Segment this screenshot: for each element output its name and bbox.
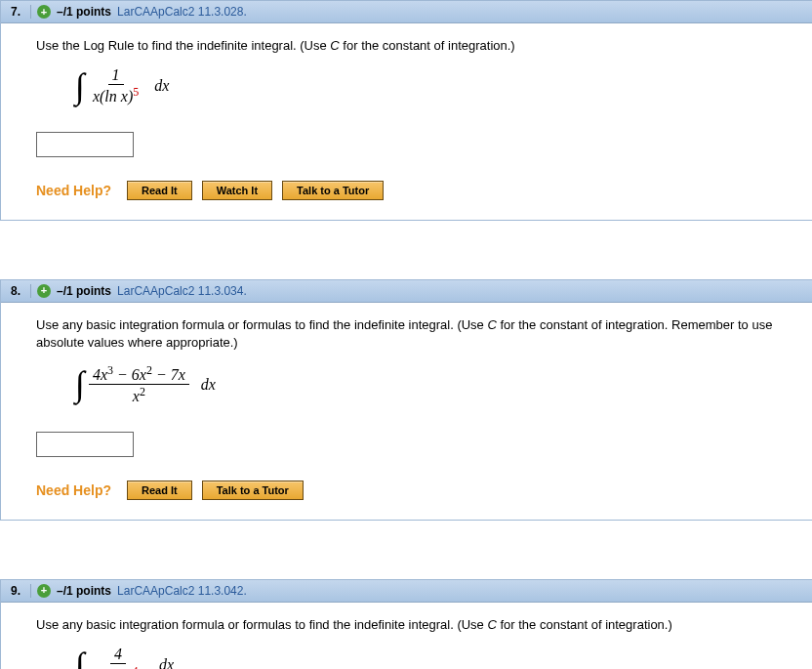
help-row: Need Help? Read It Watch It Talk to a Tu… [36, 181, 795, 200]
question-header: 7. + –/1 points LarCAApCalc2 11.3.028. [1, 1, 812, 23]
help-row: Need Help? Read It Talk to a Tutor [36, 481, 795, 500]
talk-tutor-button[interactable]: Talk to a Tutor [202, 481, 304, 500]
watch-it-button[interactable]: Watch It [202, 181, 272, 200]
question-header: 8. + –/1 points LarCAApCalc2 11.3.034. [1, 280, 812, 303]
question-header: 9. + –/1 points LarCAApCalc2 11.3.042. [1, 580, 812, 603]
question-body: Use any basic integration formula or for… [1, 303, 812, 520]
expand-icon[interactable]: + [37, 284, 51, 298]
question-9: 9. + –/1 points LarCAApCalc2 11.3.042. U… [0, 579, 812, 669]
question-prompt: Use any basic integration formula or for… [36, 616, 795, 634]
question-prompt: Use any basic integration formula or for… [36, 316, 795, 352]
integral-formula: ∫ 4 1 + e−4x dx [75, 646, 795, 669]
points-label: –/1 points [57, 284, 111, 298]
question-number: 7. [9, 5, 31, 19]
question-number: 8. [9, 284, 31, 298]
question-body: Use the Log Rule to find the indefinite … [1, 23, 812, 220]
answer-input[interactable] [36, 132, 134, 157]
expand-icon[interactable]: + [37, 5, 51, 19]
question-ref: LarCAApCalc2 11.3.042. [117, 584, 247, 598]
expand-icon[interactable]: + [37, 584, 51, 598]
talk-tutor-button[interactable]: Talk to a Tutor [282, 181, 384, 200]
question-number: 9. [9, 584, 31, 598]
integral-icon: ∫ [75, 651, 85, 670]
question-ref: LarCAApCalc2 11.3.034. [117, 284, 247, 298]
points-label: –/1 points [57, 584, 111, 598]
question-prompt: Use the Log Rule to find the indefinite … [36, 37, 795, 55]
need-help-label: Need Help? [36, 482, 111, 498]
integral-formula: ∫ 4x3 − 6x2 − 7x x2 dx [75, 363, 795, 406]
read-it-button[interactable]: Read It [127, 481, 192, 500]
question-7: 7. + –/1 points LarCAApCalc2 11.3.028. U… [0, 0, 812, 221]
integral-icon: ∫ [75, 72, 85, 101]
integral-icon: ∫ [75, 370, 85, 398]
integral-formula: ∫ 1 x(ln x)5 dx [75, 66, 795, 105]
question-8: 8. + –/1 points LarCAApCalc2 11.3.034. U… [0, 279, 812, 521]
points-label: –/1 points [57, 5, 111, 19]
question-body: Use any basic integration formula or for… [1, 603, 812, 669]
read-it-button[interactable]: Read It [127, 181, 192, 200]
question-ref: LarCAApCalc2 11.3.028. [117, 5, 247, 19]
answer-input[interactable] [36, 432, 134, 457]
need-help-label: Need Help? [36, 183, 111, 198]
